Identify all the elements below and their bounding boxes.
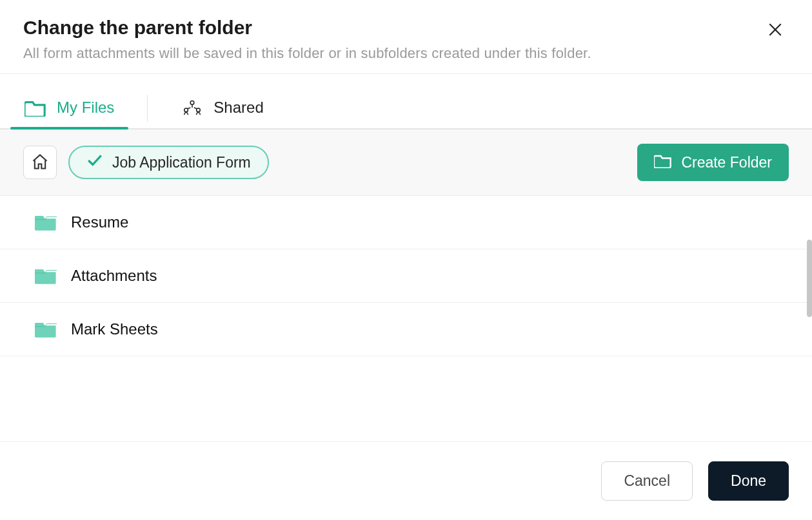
tab-shared[interactable]: Shared <box>167 93 277 128</box>
tab-label: Shared <box>213 99 263 117</box>
folder-row[interactable]: Attachments <box>0 249 812 303</box>
source-tabs: My Files Shared <box>0 74 812 130</box>
shared-people-icon <box>181 99 203 117</box>
tab-my-files[interactable]: My Files <box>10 93 128 128</box>
close-button[interactable] <box>764 19 786 41</box>
folder-row[interactable]: Resume <box>0 196 812 249</box>
folder-outline-icon <box>25 99 46 117</box>
tab-divider <box>147 95 148 122</box>
folder-icon <box>35 320 57 339</box>
dialog-footer: Cancel Done <box>0 441 812 520</box>
create-folder-label: Create Folder <box>681 154 772 171</box>
create-folder-button[interactable]: Create Folder <box>637 144 789 181</box>
dialog-title: Change the parent folder <box>23 17 789 39</box>
folder-icon <box>35 266 57 285</box>
folder-outline-icon <box>654 153 672 172</box>
current-folder-chip[interactable]: Job Application Form <box>68 146 269 179</box>
check-icon <box>86 153 103 171</box>
dialog-subtitle: All form attachments will be saved in th… <box>23 45 789 62</box>
svg-point-0 <box>191 101 195 105</box>
scrollbar-thumb[interactable] <box>807 240 812 317</box>
folder-list: Resume Attachments Mark Sheets <box>0 196 812 441</box>
folder-name: Mark Sheets <box>71 320 158 338</box>
cancel-button[interactable]: Cancel <box>601 461 693 501</box>
folder-name: Attachments <box>71 267 157 285</box>
close-icon <box>767 21 784 40</box>
home-button[interactable] <box>23 146 57 179</box>
home-icon <box>31 153 49 173</box>
folder-icon <box>35 213 57 232</box>
folder-row[interactable]: Mark Sheets <box>0 303 812 356</box>
folder-toolbar: Job Application Form Create Folder <box>0 130 812 196</box>
dialog-header: Change the parent folder All form attach… <box>0 0 812 74</box>
folder-name: Resume <box>71 213 128 231</box>
current-folder-label: Job Application Form <box>112 154 251 171</box>
tab-label: My Files <box>57 99 114 117</box>
change-parent-folder-dialog: Change the parent folder All form attach… <box>0 0 812 520</box>
done-button[interactable]: Done <box>708 461 789 501</box>
